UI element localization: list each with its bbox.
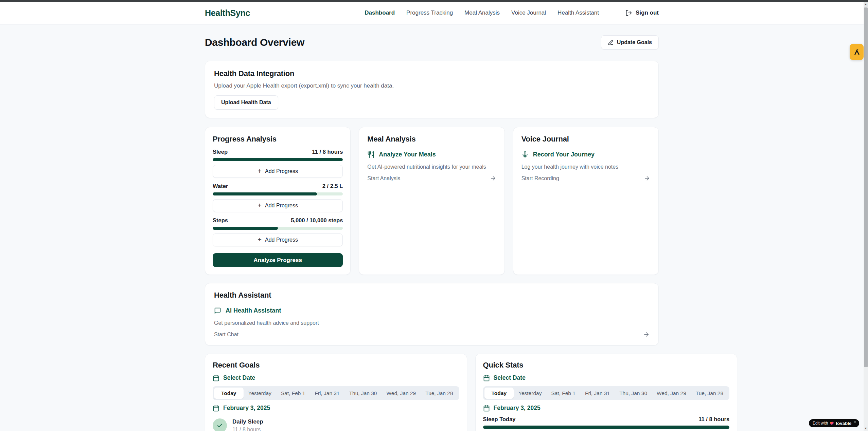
badge-prefix: Edit with <box>813 421 828 426</box>
sign-out-button[interactable]: Sign out <box>625 10 659 16</box>
check-icon <box>217 423 223 429</box>
calendar-icon <box>483 405 490 412</box>
plus-icon: + <box>258 168 262 174</box>
feature-link-label: Record Your Journey <box>533 151 595 158</box>
metric-value: 11 / 8 hours <box>312 149 343 155</box>
stat-label: Sleep Today <box>483 416 516 423</box>
tab-wed-jan-29[interactable]: Wed, Jan 29 <box>382 388 421 399</box>
metric-label: Water <box>213 183 228 189</box>
nav-progress-tracking[interactable]: Progress Tracking <box>406 10 453 16</box>
scroll-down-icon[interactable]: ▼ <box>864 426 868 431</box>
arrow-right-icon <box>644 175 650 182</box>
nav-dashboard[interactable]: Dashboard <box>365 10 395 16</box>
tab-thu-jan-30[interactable]: Thu, Jan 30 <box>344 388 382 399</box>
sleep-today-stat: Sleep Today 11 / 8 hours <box>483 416 730 423</box>
window-top-strip <box>0 0 868 2</box>
card-title: Voice Journal <box>521 135 650 144</box>
tab-fri-jan-31[interactable]: Fri, Jan 31 <box>310 388 344 399</box>
meal-analysis-card: Meal Analysis Analyze Your Meals Get AI-… <box>359 127 504 275</box>
plus-icon: + <box>258 202 262 209</box>
tab-tue-jan-28[interactable]: Tue, Jan 28 <box>421 388 458 399</box>
quick-stats-card: Quick Stats Select Date Today Yesterday … <box>475 354 738 431</box>
recent-goals-card: Recent Goals Select Date Today Yesterday… <box>205 354 467 431</box>
calendar-icon <box>213 405 219 412</box>
selected-date-display[interactable]: February 3, 2025 <box>483 405 730 412</box>
pencil-icon <box>608 40 614 45</box>
action-label: Start Chat <box>214 332 238 338</box>
microphone-icon <box>521 151 529 158</box>
utensils-icon <box>367 151 374 158</box>
add-progress-label: Add Progress <box>265 237 298 243</box>
edit-with-lovable-badge[interactable]: Edit with lovable × <box>809 419 859 427</box>
feature-description: Get personalized health advice and suppo… <box>214 320 650 326</box>
tab-yesterday[interactable]: Yesterday <box>244 388 276 399</box>
add-water-progress-button[interactable]: + Add Progress <box>213 199 343 212</box>
water-metric: Water 2 / 2.5 L + Add Progress <box>213 183 343 212</box>
plus-icon: + <box>258 236 262 243</box>
sign-out-label: Sign out <box>636 10 659 16</box>
calendar-icon <box>213 375 219 381</box>
dashboard-content: Dashboard Overview Update Goals Health D… <box>205 24 659 431</box>
tab-tue-jan-28[interactable]: Tue, Jan 28 <box>691 388 728 399</box>
select-date-button[interactable]: Select Date <box>213 374 459 381</box>
chat-bubble-icon <box>214 307 221 314</box>
nav-meal-analysis[interactable]: Meal Analysis <box>464 10 500 16</box>
update-goals-button[interactable]: Update Goals <box>601 35 659 50</box>
goal-value: 11 / 8 hours <box>232 427 263 431</box>
metric-label: Sleep <box>213 149 228 155</box>
start-chat-action[interactable]: Start Chat <box>214 331 650 338</box>
stat-value: 11 / 8 hours <box>698 416 729 423</box>
progress-fill <box>213 192 317 195</box>
sleep-progress-bar <box>213 158 343 161</box>
brand-logo[interactable]: HealthSync <box>205 8 250 18</box>
card-title: Health Data Integration <box>214 69 650 78</box>
add-sleep-progress-button[interactable]: + Add Progress <box>213 165 343 178</box>
sleep-metric: Sleep 11 / 8 hours + Add Progress <box>213 149 343 178</box>
tab-sat-feb-1[interactable]: Sat, Feb 1 <box>546 388 580 399</box>
upload-health-data-button[interactable]: Upload Health Data <box>214 95 278 110</box>
progress-fill <box>483 426 730 429</box>
selected-date-display[interactable]: February 3, 2025 <box>213 405 459 412</box>
goal-list-item: Daily Sleep 11 / 8 hours <box>213 418 459 431</box>
metric-label: Steps <box>213 217 228 224</box>
tab-fri-jan-31[interactable]: Fri, Jan 31 <box>580 388 615 399</box>
steps-progress-bar <box>213 227 343 230</box>
lovable-floating-button[interactable] <box>850 44 864 60</box>
card-title: Meal Analysis <box>367 135 496 144</box>
feature-description: Log your health journey with voice notes <box>521 164 650 170</box>
start-recording-action[interactable]: Start Recording <box>521 175 650 182</box>
main-nav: Dashboard Progress Tracking Meal Analysi… <box>365 10 659 16</box>
goal-completed-badge <box>213 418 227 431</box>
tab-yesterday[interactable]: Yesterday <box>514 388 546 399</box>
analyze-progress-button[interactable]: Analyze Progress <box>213 253 343 267</box>
card-title: Progress Analysis <box>213 135 343 144</box>
lovable-logo-icon <box>853 48 861 56</box>
analyze-your-meals-link[interactable]: Analyze Your Meals <box>367 151 496 158</box>
scroll-up-icon[interactable]: ▲ <box>864 2 868 7</box>
update-goals-label: Update Goals <box>617 39 652 45</box>
arrow-right-icon <box>643 331 650 338</box>
select-date-button[interactable]: Select Date <box>483 374 730 381</box>
top-navigation-bar: HealthSync Dashboard Progress Tracking M… <box>0 2 864 24</box>
scrollbar-thumb[interactable] <box>864 7 868 367</box>
select-date-label: Select Date <box>494 374 526 381</box>
nav-voice-journal[interactable]: Voice Journal <box>511 10 546 16</box>
nav-health-assistant[interactable]: Health Assistant <box>557 10 599 16</box>
integration-description: Upload your Apple Health export (export.… <box>214 82 650 89</box>
feature-description: Get AI-powered nutritional insights for … <box>367 164 496 170</box>
date-tab-strip: Today Yesterday Sat, Feb 1 Fri, Jan 31 T… <box>213 386 459 400</box>
start-analysis-action[interactable]: Start Analysis <box>367 175 496 182</box>
tab-today[interactable]: Today <box>484 388 514 399</box>
page-title: Dashboard Overview <box>205 37 304 48</box>
ai-health-assistant-link[interactable]: AI Health Assistant <box>214 307 650 314</box>
vertical-scrollbar[interactable]: ▲ ▼ <box>864 2 868 431</box>
tab-today[interactable]: Today <box>214 388 244 399</box>
tab-wed-jan-29[interactable]: Wed, Jan 29 <box>652 388 691 399</box>
tab-thu-jan-30[interactable]: Thu, Jan 30 <box>615 388 652 399</box>
steps-metric: Steps 5,000 / 10,000 steps + Add Progres… <box>213 217 343 246</box>
close-icon[interactable]: × <box>854 420 856 424</box>
card-title: Health Assistant <box>214 291 650 300</box>
record-your-journey-link[interactable]: Record Your Journey <box>521 151 650 158</box>
tab-sat-feb-1[interactable]: Sat, Feb 1 <box>276 388 310 399</box>
add-steps-progress-button[interactable]: + Add Progress <box>213 233 343 246</box>
